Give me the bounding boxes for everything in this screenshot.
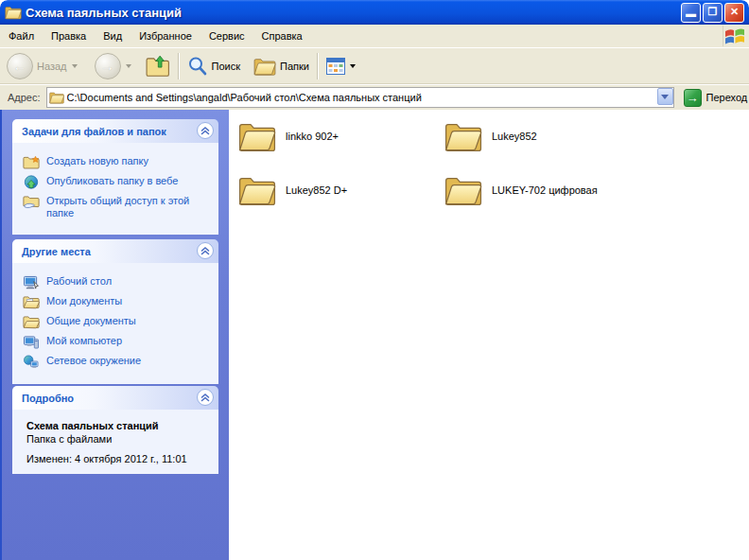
place-network[interactable]: Сетевое окружение — [23, 355, 212, 369]
new-folder-icon — [23, 155, 40, 169]
place-network-label: Сетевое окружение — [46, 355, 141, 367]
folders-button-label: Папки — [280, 61, 309, 72]
folder-name: Lukey852 D+ — [286, 184, 347, 196]
place-my-documents[interactable]: Мои документы — [23, 295, 212, 309]
my-computer-icon — [23, 335, 40, 349]
go-button[interactable]: → Переход — [684, 89, 748, 107]
forward-dropdown-icon[interactable] — [126, 64, 131, 68]
file-tasks-collapse-button[interactable] — [197, 122, 214, 139]
close-icon: ✕ — [730, 7, 739, 17]
file-tasks-panel-header[interactable]: Задачи для файлов и папок — [12, 119, 218, 143]
details-collapse-button[interactable] — [197, 389, 214, 406]
views-dropdown-icon — [350, 64, 356, 68]
folder-tile-lukey-702[interactable]: LUKEY-702 цифровая — [444, 167, 643, 213]
shared-documents-icon — [23, 315, 40, 329]
back-arrow-icon: ← — [13, 58, 27, 74]
maximize-button[interactable]: ❐ — [703, 3, 723, 23]
up-button[interactable] — [142, 52, 174, 80]
task-share-folder[interactable]: Открыть общий доступ к этой папке — [23, 195, 212, 219]
address-input[interactable] — [67, 92, 673, 103]
folder-icon — [238, 119, 276, 153]
details-folder-name: Схема паяльных станций — [26, 420, 212, 431]
folder-tile-linkko-902[interactable]: linkko 902+ — [238, 114, 437, 159]
up-folder-icon — [146, 54, 170, 79]
maximize-icon: ❐ — [708, 7, 718, 17]
explorer-window: Схема паяльных станций ▬ ❐ ✕ Файл Правка… — [0, 0, 749, 560]
address-combobox[interactable] — [46, 87, 674, 108]
views-button[interactable] — [322, 56, 363, 77]
go-button-label: Переход — [706, 92, 748, 103]
address-label: Адрес: — [0, 92, 46, 103]
desktop-icon — [23, 275, 40, 289]
file-list-area: linkko 902+ Lukey852 Lukey852 D+ LUKEY-7… — [229, 110, 749, 560]
folder-name: Lukey852 — [492, 131, 537, 142]
task-create-folder[interactable]: Создать новую папку — [23, 155, 212, 169]
minimize-button[interactable]: ▬ — [681, 3, 701, 23]
forward-button[interactable]: → — [95, 53, 121, 79]
toolbar-separator — [178, 53, 180, 79]
title-bar: Схема паяльных станций ▬ ❐ ✕ — [0, 0, 749, 25]
window-title: Схема паяльных станций — [26, 6, 182, 20]
folders-button[interactable]: Папки — [250, 55, 313, 78]
address-folder-icon — [49, 91, 64, 104]
menu-view[interactable]: Вид — [95, 25, 131, 47]
place-my-computer-label: Мой компьютер — [46, 335, 122, 347]
file-tasks-panel: Задачи для файлов и папок Создать новую … — [12, 119, 218, 235]
toolbar-separator-2 — [317, 53, 319, 79]
details-panel-title: Подробно — [22, 393, 74, 404]
toolbar: ← Назад → Поиск Папки — [0, 48, 749, 84]
close-button[interactable]: ✕ — [724, 3, 744, 23]
menu-tools[interactable]: Сервис — [200, 25, 253, 47]
task-publish-web-label: Опубликовать папку в вебе — [46, 175, 178, 187]
window-controls: ▬ ❐ ✕ — [681, 3, 744, 23]
folder-icon — [444, 173, 482, 207]
menu-edit[interactable]: Правка — [43, 25, 95, 47]
back-dropdown-icon[interactable] — [72, 64, 78, 68]
chevron-up-icon — [200, 125, 211, 136]
chevron-down-icon — [661, 95, 669, 99]
menu-file[interactable]: Файл — [0, 25, 43, 47]
folder-name: linkko 902+ — [286, 131, 339, 142]
details-folder-type: Папка с файлами — [26, 433, 212, 445]
back-button[interactable]: ← — [7, 53, 33, 79]
search-icon — [187, 56, 208, 77]
folder-tile-lukey852-d[interactable]: Lukey852 D+ — [238, 167, 437, 213]
other-places-panel-title: Другие места — [22, 246, 91, 257]
task-pane-sidebar: Задачи для файлов и папок Создать новую … — [0, 110, 229, 560]
file-tasks-panel-title: Задачи для файлов и папок — [22, 126, 166, 137]
folder-icon — [238, 173, 276, 207]
windows-flag-icon — [724, 26, 745, 45]
place-shared-documents[interactable]: Общие документы — [23, 315, 212, 329]
content-area: Задачи для файлов и папок Создать новую … — [0, 110, 749, 560]
address-bar: Адрес: → Переход — [0, 84, 749, 111]
window-folder-icon — [5, 5, 22, 20]
details-panel-header[interactable]: Подробно — [12, 386, 218, 410]
chevron-up-icon — [200, 245, 211, 256]
details-panel-body: Схема паяльных станций Папка с файлами И… — [12, 410, 218, 474]
folder-tile-lukey852[interactable]: Lukey852 — [444, 114, 643, 159]
task-publish-web[interactable]: Опубликовать папку в вебе — [23, 175, 212, 189]
file-tasks-panel-body: Создать новую папку Опубликовать папку в… — [12, 143, 218, 235]
minimize-icon: ▬ — [686, 9, 696, 19]
task-create-folder-label: Создать новую папку — [46, 155, 148, 167]
place-shared-documents-label: Общие документы — [46, 315, 136, 327]
address-dropdown-button[interactable] — [657, 88, 673, 105]
menu-favorites[interactable]: Избранное — [131, 25, 200, 47]
place-my-computer[interactable]: Мой компьютер — [23, 335, 212, 349]
details-panel: Подробно Схема паяльных станций Папка с … — [12, 386, 218, 474]
task-share-folder-label: Открыть общий доступ к этой папке — [46, 195, 198, 219]
other-places-collapse-button[interactable] — [197, 242, 214, 259]
other-places-panel: Другие места Рабочий стол Мои документы — [12, 239, 218, 384]
network-icon — [23, 355, 40, 369]
place-desktop[interactable]: Рабочий стол — [23, 275, 212, 289]
chevron-up-icon — [200, 392, 211, 403]
other-places-panel-header[interactable]: Другие места — [12, 239, 218, 263]
folder-icon — [444, 119, 482, 153]
details-modified-date: Изменен: 4 октября 2012 г., 11:01 — [26, 453, 212, 464]
folders-icon — [253, 57, 276, 76]
menu-help[interactable]: Справка — [253, 25, 311, 47]
search-button[interactable]: Поиск — [183, 54, 244, 79]
menu-bar: Файл Правка Вид Избранное Сервис Справка — [0, 25, 749, 48]
my-documents-icon — [23, 295, 40, 309]
windows-logo — [723, 26, 746, 46]
